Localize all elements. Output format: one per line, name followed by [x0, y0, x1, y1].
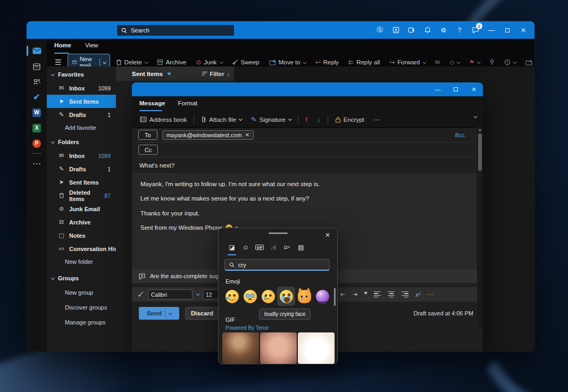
- share-icon[interactable]: [404, 21, 420, 39]
- new-folder-link[interactable]: New folder: [47, 255, 116, 268]
- filter-button[interactable]: Filter ↓: [202, 71, 230, 77]
- decrease-indent-icon[interactable]: ⇤: [340, 291, 345, 298]
- help-icon[interactable]: ?: [452, 21, 467, 39]
- rail-mail-button[interactable]: [27, 43, 47, 59]
- bcc-link[interactable]: Bcc: [455, 132, 465, 138]
- symbols-tab-icon[interactable]: Ω+: [280, 241, 294, 254]
- add-favorite-link[interactable]: Add favorite: [47, 121, 116, 134]
- rail-calendar-button[interactable]: [27, 59, 47, 74]
- align-right-icon[interactable]: [402, 291, 408, 298]
- high-importance-button[interactable]: !: [303, 114, 310, 125]
- kaomoji-tab-icon[interactable]: ;-): [266, 241, 280, 254]
- align-center-icon[interactable]: [388, 291, 395, 298]
- sidebar-item-sent-items[interactable]: ➤ Sent Items: [47, 95, 116, 108]
- maximize-button[interactable]: [499, 21, 515, 39]
- groups-section-header[interactable]: Groups: [47, 270, 116, 285]
- chevron-down-icon[interactable]: [103, 60, 106, 63]
- rail-powerpoint-button[interactable]: P: [27, 136, 47, 151]
- search-input[interactable]: Search: [117, 25, 234, 36]
- folders-section-header[interactable]: Folders: [47, 134, 116, 149]
- emoji-face-holding-back-tears[interactable]: [241, 287, 259, 306]
- blockquote-icon[interactable]: ❞: [364, 291, 367, 298]
- archive-button[interactable]: Archive: [153, 57, 190, 68]
- format-painter-icon[interactable]: [137, 291, 144, 298]
- gif-thumbnail[interactable]: [298, 332, 335, 364]
- folder-item-inbox[interactable]: ✉ Inbox 1099: [47, 149, 116, 162]
- sidebar-item-drafts[interactable]: ✎ Drafts 1: [47, 108, 116, 121]
- folder-item-archive[interactable]: ⊟ Archive: [47, 215, 116, 229]
- snooze-button[interactable]: [500, 57, 520, 68]
- compose-tab-format[interactable]: Format: [178, 100, 197, 112]
- favorites-section-header[interactable]: Favorites: [47, 66, 116, 81]
- compose-close-button[interactable]: ✕: [465, 82, 483, 96]
- rail-more-apps-button[interactable]: ⋯: [27, 156, 47, 171]
- emoji-crying-face[interactable]: [259, 287, 277, 306]
- low-importance-button[interactable]: ↓: [314, 114, 323, 125]
- close-button[interactable]: ✕: [515, 21, 531, 39]
- settings-gear-icon[interactable]: ⚙: [436, 21, 452, 39]
- encrypt-button[interactable]: Encrypt: [332, 115, 367, 124]
- move-schedule-button[interactable]: [522, 57, 534, 68]
- emoji-panel-close-icon[interactable]: ✕: [323, 230, 332, 240]
- discard-button[interactable]: Discard: [185, 307, 219, 320]
- folder-item-drafts[interactable]: ✎ Drafts 1: [47, 162, 116, 176]
- emoji-loudly-crying-face[interactable]: [277, 287, 295, 306]
- attach-file-button[interactable]: Attach file: [198, 114, 244, 124]
- compose-tab-message[interactable]: Message: [139, 100, 165, 112]
- compose-maximize-button[interactable]: [447, 82, 465, 96]
- recent-tab-icon[interactable]: ◪: [225, 241, 239, 254]
- font-family-select[interactable]: Calibri: [148, 289, 193, 299]
- delete-button[interactable]: Delete: [112, 57, 151, 68]
- more-options-button[interactable]: ⋯: [371, 114, 383, 125]
- clipboard-tab-icon[interactable]: ▤: [294, 241, 308, 254]
- superscript-icon[interactable]: x²: [415, 291, 420, 298]
- rail-people-button[interactable]: [27, 74, 47, 89]
- emoji-crying-cat[interactable]: [295, 287, 313, 306]
- pin-button[interactable]: [486, 57, 498, 68]
- to-button[interactable]: To: [138, 130, 157, 140]
- send-button[interactable]: Send: [139, 307, 179, 320]
- increase-indent-icon[interactable]: ⇥: [352, 291, 357, 298]
- favorite-star-icon[interactable]: ★: [166, 70, 172, 77]
- font-size-select[interactable]: 12: [203, 289, 219, 299]
- folder-item-sent-items[interactable]: ➤ Sent Items: [47, 176, 116, 189]
- rail-todo-button[interactable]: ✔: [27, 89, 47, 105]
- emoji-smiling-face-with-tear[interactable]: [223, 287, 241, 306]
- app-titlebar[interactable]: Search Ⓢ ⚙ ? 2 —: [27, 21, 534, 39]
- gif-thumbnail[interactable]: [222, 332, 259, 364]
- folder-item-deleted-items[interactable]: Deleted Items 87: [47, 189, 116, 202]
- gif-thumbnail[interactable]: [260, 332, 297, 364]
- recipient-chip[interactable]: mayank@windowslatest.com ✕: [162, 130, 254, 140]
- scrollbar-thumb[interactable]: [478, 134, 482, 171]
- skype-icon[interactable]: Ⓢ: [372, 21, 388, 39]
- tab-view[interactable]: View: [85, 42, 98, 54]
- emoji-crystal-ball[interactable]: [313, 287, 331, 306]
- notifications-bell-icon[interactable]: [420, 21, 436, 39]
- rail-word-button[interactable]: W: [27, 105, 47, 120]
- drag-handle[interactable]: [269, 232, 288, 234]
- sidebar-item-inbox[interactable]: ✉ Inbox 1099: [47, 81, 116, 95]
- folder-item-notes[interactable]: ▢ Notes: [47, 229, 116, 242]
- tab-home[interactable]: Home: [54, 42, 71, 54]
- emoji-search-input[interactable]: cry: [224, 259, 330, 271]
- emoji-tab-icon[interactable]: ☺: [239, 241, 253, 254]
- rail-excel-button[interactable]: X: [27, 120, 47, 136]
- signature-button[interactable]: ✎ Signature: [248, 114, 294, 125]
- folder-item-conversation-history[interactable]: ▭ Conversation His...: [47, 242, 116, 255]
- cc-button[interactable]: Cc: [138, 145, 158, 155]
- send-options-chevron-icon[interactable]: [169, 311, 172, 315]
- compose-minimize-button[interactable]: —: [429, 82, 447, 96]
- chevron-down-icon[interactable]: [196, 292, 200, 296]
- align-left-icon[interactable]: [374, 291, 381, 298]
- compose-titlebar[interactable]: — ✕: [132, 82, 483, 96]
- subject-field[interactable]: What's next?: [132, 157, 483, 173]
- manage-groups-link[interactable]: Manage groups: [47, 315, 116, 330]
- remove-recipient-icon[interactable]: ✕: [245, 132, 249, 138]
- discover-groups-link[interactable]: Discover groups: [47, 300, 116, 315]
- format-more-icon[interactable]: ⋯: [428, 291, 433, 298]
- minimize-button[interactable]: —: [483, 21, 499, 39]
- move-to-button[interactable]: Move to: [265, 57, 310, 68]
- gif-tab-icon[interactable]: GIF: [253, 241, 266, 254]
- feedback-icon[interactable]: 2: [467, 21, 483, 39]
- sweep-button[interactable]: Sweep: [228, 57, 263, 68]
